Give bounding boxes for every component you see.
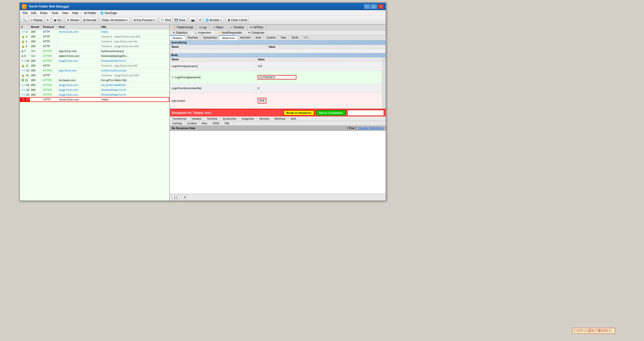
zoom-fit-button[interactable]: ⊡	[182, 195, 188, 200]
menu-geoedge[interactable]: 🌐 GeoEdge	[98, 11, 119, 15]
resp-tab-auth[interactable]: Auth	[288, 117, 299, 121]
insp-tab-cookies[interactable]: Cookies	[264, 35, 278, 40]
resp-tab-json[interactable]: JSON	[210, 121, 222, 125]
tab-fiddlerscript[interactable]: JS FiddlerScript	[170, 25, 196, 30]
session-row[interactable]: 🖼 15 200 HTTPS hm.baidu.com /hm.gif?cc=0…	[20, 78, 169, 83]
menu-file[interactable]: File	[21, 11, 29, 15]
insp-tab-json[interactable]: JSON	[289, 35, 301, 40]
maximize-button[interactable]: □	[371, 4, 377, 9]
close-button[interactable]: ✕	[378, 4, 384, 9]
x-button[interactable]: ✕	[45, 17, 50, 23]
browse-button[interactable]: 🌐 Browse ▼	[204, 17, 224, 23]
choose-response-dropdown[interactable]: Choose Response... ▼	[348, 110, 384, 116]
tab-statistics[interactable]: ⊙ Statistics	[170, 30, 191, 35]
resp-tab-imageview[interactable]: Imageview	[239, 117, 257, 121]
session-row[interactable]: ⟺ 12 200 HTTPS logs.51cto.com /rizhi2/co…	[20, 68, 169, 73]
any-process-button[interactable]: ⊕ Any Process ▼	[132, 17, 157, 23]
insp-tab-auth[interactable]: Auth	[253, 35, 264, 40]
cell-protocol: HTTP	[42, 74, 57, 77]
find-button[interactable]: 🔭 Find	[159, 17, 172, 23]
resp-tab-raw[interactable]: Raw	[199, 121, 210, 125]
password-input[interactable]	[258, 75, 296, 80]
session-row[interactable]: 🔒 3 200 HTTP Tunnel to static4.51cto.com…	[20, 34, 169, 39]
resp-tab-headers[interactable]: Headers	[190, 117, 205, 121]
insp-tab-webforms[interactable]: WebForms	[220, 35, 238, 40]
table-row[interactable]: login-button 登录	[170, 93, 386, 109]
cell-result: 200	[30, 45, 42, 48]
resp-tab-xml[interactable]: XML	[222, 121, 232, 125]
session-row[interactable]: ◆ 7 304 HTTPS logs.51cto.com /rizhi/coun…	[20, 49, 169, 54]
resp-tab-textview[interactable]: TextView	[204, 117, 220, 121]
tab-filters[interactable]: ✓ Filters	[210, 25, 227, 30]
clear-cache-button[interactable]: 🗑 Clear Cache	[226, 17, 249, 23]
session-row-breakpoint[interactable]: 🔴 29 - HTTP home.51cto.com /index	[20, 97, 169, 102]
keep-sessions-button[interactable]: Keep: All sessions ▼	[100, 17, 130, 23]
composer-icon: ✏	[248, 31, 250, 34]
resp-tab-syntaxview[interactable]: SyntaxView	[220, 117, 239, 121]
zoom-11-button[interactable]: 1:1	[172, 195, 180, 200]
resp-tab-hexview[interactable]: Hexview	[257, 117, 272, 121]
session-row[interactable]: 🔒 14 200 HTTP Tunnel to tongji.51cto.com…	[20, 73, 169, 78]
menu-fiddler[interactable]: ⊞ Fiddler	[82, 11, 98, 15]
screenshot-button[interactable]: 📷	[190, 17, 196, 23]
tab-inspectors[interactable]: 🔍 Inspectors	[191, 30, 214, 35]
table-row[interactable]: ✏LoginForm[password]	[170, 71, 386, 84]
break-on-response-button[interactable]: Break on Response	[284, 110, 314, 116]
body-name-cell: LoginForm[username]	[170, 62, 256, 71]
x-icon: ✕	[46, 19, 49, 22]
insp-tab-syntaxview[interactable]: SyntaxView	[200, 35, 220, 40]
tab-apitest[interactable]: ✏ APITest	[247, 25, 266, 30]
insp-tab-hexview[interactable]: HexView	[238, 35, 253, 40]
decode-button[interactable]: ⊞ Decode	[82, 17, 98, 23]
breakpoint-text: Breakpoint hit. Tamper, then:	[172, 111, 282, 115]
camera-icon: 📷	[191, 19, 195, 22]
menu-view[interactable]: View	[60, 11, 70, 15]
menu-rules[interactable]: Rules	[38, 11, 50, 15]
session-row[interactable]: ⟺ 20 200 HTTPS tongji.51cto.com /fronten…	[20, 92, 169, 97]
table-row[interactable]: *	[170, 49, 386, 53]
body-table: Name Value LoginForm[username] 123	[170, 57, 386, 109]
tab-autoresponder[interactable]: ⚡ AutoResponder	[214, 30, 245, 35]
session-row[interactable]: ⟺ 10 200 HTTPS tongji.51cto.com /fronten…	[20, 58, 169, 63]
run-to-completion-button[interactable]: Run to Completion	[316, 110, 346, 116]
resp-tab-cookies[interactable]: Cookies	[184, 121, 199, 125]
save-button[interactable]: 💾 Save	[173, 17, 187, 23]
insp-tab-raw[interactable]: Raw	[278, 35, 289, 40]
insp-tab-xml[interactable]: XML	[301, 35, 311, 40]
header-definitions-link[interactable]: [Header Definitions]	[358, 126, 384, 130]
scroll-track[interactable]	[382, 62, 386, 109]
search-button[interactable]: 🔍	[21, 17, 28, 23]
tab-log[interactable]: ≡ Log	[196, 25, 210, 30]
timer-button[interactable]: ⏱	[197, 17, 203, 23]
body-value-cell-password[interactable]	[256, 71, 382, 84]
table-row[interactable]: LoginForm[rememberMe] 0	[170, 84, 386, 93]
menu-tools[interactable]: Tools	[50, 11, 60, 15]
cell-protocol: HTTPS	[42, 83, 57, 87]
session-row[interactable]: 🔒 4 200 HTTP Tunnel to logs.51cto.com:44…	[20, 39, 169, 44]
menu-edit[interactable]: Edit	[29, 11, 38, 15]
session-list[interactable]: ⟺ 2 200 HTTP home.51cto.com /index 🔒 3 2…	[20, 29, 169, 201]
go-button[interactable]: ▶ Go	[53, 17, 63, 23]
session-row[interactable]: 🔒 11 200 HTTP Tunnel to logs.51cto.com:4…	[20, 63, 169, 68]
tab-composer[interactable]: ✏ Composer	[245, 30, 268, 35]
cell-id: 🔴 29	[20, 98, 30, 102]
session-row[interactable]: ⟺ 2 200 HTTP home.51cto.com /index	[20, 29, 169, 34]
stream-button[interactable]: ≋ Stream	[65, 17, 81, 23]
insp-tab-textview[interactable]: TextView	[185, 35, 201, 40]
col-result: Result	[30, 25, 42, 29]
session-row[interactable]: ⟺ 19 200 HTTPS tongji.51cto.com /fronten…	[20, 87, 169, 92]
tab-timeline[interactable]: — Timeline	[227, 25, 247, 30]
resp-tab-webview[interactable]: WebView	[272, 117, 288, 121]
resp-tab-caching[interactable]: Caching	[170, 121, 184, 125]
table-row[interactable]: LoginForm[username] 123	[170, 62, 386, 71]
session-row[interactable]: ⟺ 18 200 HTTPS tongji.51cto.com /cto.js/…	[20, 83, 169, 87]
session-row[interactable]: 🔒 6 200 HTTP Tunnel to tongji.51cto.com:…	[20, 44, 169, 49]
replay-button[interactable]: ↩ Replay	[29, 17, 44, 23]
insp-tab-headers[interactable]: Headers	[170, 35, 185, 40]
body-name-cell-remember: LoginForm[rememberMe]	[170, 84, 256, 93]
resp-tab-transformer[interactable]: Transformer	[170, 117, 190, 121]
minimize-button[interactable]: ─	[364, 4, 370, 9]
session-row[interactable]: ◆ 9 304 HTTPS static4.51cto.com /home/we…	[20, 54, 169, 58]
sub-tabs: ⊙ Statistics 🔍 Inspectors ⚡ AutoResponde…	[170, 30, 386, 35]
menu-help[interactable]: Help	[70, 11, 80, 15]
